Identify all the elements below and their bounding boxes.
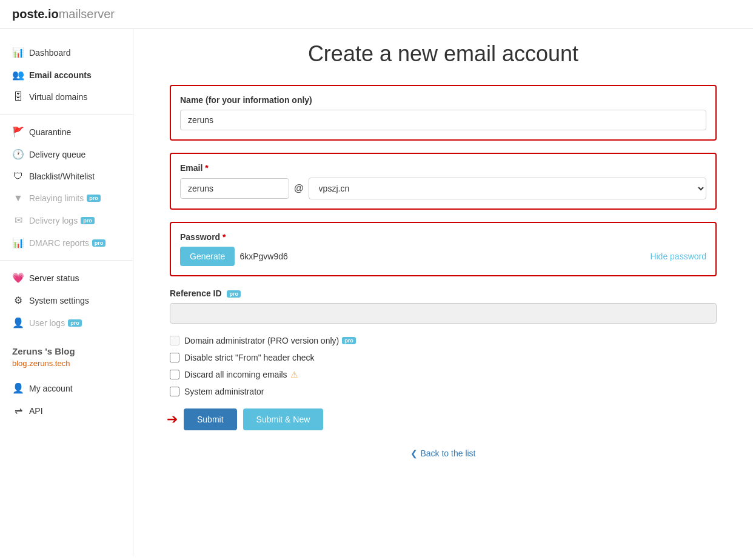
server-status-icon: 💗 [12, 272, 24, 284]
back-to-list-link[interactable]: ❮ Back to the list [410, 448, 475, 458]
sidebar-label-blacklist: Blacklist/Whitelist [29, 172, 95, 181]
pro-badge-relaying: pro [87, 195, 101, 202]
sidebar-item-delivery-logs: ✉ Delivery logs pro [0, 209, 133, 232]
password-section: Password * Generate 6kxPgvw9d6 Hide pass… [170, 222, 717, 276]
checkbox-discard-emails[interactable] [170, 370, 179, 379]
sidebar-label-delivery-queue: Delivery queue [29, 150, 85, 159]
sidebar-label-virtual-domains: Virtual domains [29, 92, 87, 102]
page-layout: 📊 Dashboard 👥 Email accounts 🗄 Virtual d… [0, 29, 753, 556]
sidebar-item-email-accounts[interactable]: 👥 Email accounts [0, 64, 133, 86]
checkbox-system-admin[interactable] [170, 387, 179, 396]
pro-badge-delivery-logs: pro [81, 217, 95, 224]
user-logs-icon: 👤 [12, 317, 24, 328]
pro-badge-domain-admin: pro [342, 337, 356, 344]
logo-light: mailserver [59, 7, 115, 21]
checkbox-group: Domain administrator (PRO version only) … [170, 336, 717, 396]
reference-id-section: Reference ID pro [170, 288, 717, 324]
email-required-star: * [205, 163, 208, 173]
header: poste.io mailserver [0, 0, 753, 29]
quarantine-icon: 🚩 [12, 126, 24, 138]
reference-id-input [170, 303, 717, 324]
sidebar-label-dmarc: DMARC reports [29, 238, 89, 248]
sidebar-item-relaying-limits: ▼ Relaying limits pro [0, 187, 133, 209]
delivery-queue-icon: 🕐 [12, 148, 24, 160]
sidebar-label-system-settings: System settings [29, 296, 89, 305]
checkbox-domain-admin-label: Domain administrator (PRO version only) [184, 336, 339, 345]
blacklist-icon: 🛡 [12, 171, 24, 182]
password-required-star: * [223, 232, 226, 242]
sidebar-item-quarantine[interactable]: 🚩 Quarantine [0, 121, 133, 143]
password-label: Password * [180, 232, 706, 242]
sidebar-item-dashboard[interactable]: 📊 Dashboard [0, 41, 133, 64]
email-section: Email * @ vpszj.cn [170, 153, 717, 210]
sidebar-label-my-account: My account [29, 384, 73, 393]
email-label: Email * [180, 163, 706, 173]
action-buttons: ➔ Submit Submit & New [170, 408, 717, 430]
blog-name: Zeruns 's Blog [0, 334, 133, 358]
submit-new-button[interactable]: Submit & New [243, 408, 324, 430]
pro-badge-dmarc: pro [92, 239, 106, 247]
page-title: Create a new email account [170, 41, 717, 67]
blog-url: blog.zeruns.tech [0, 358, 133, 377]
hide-password-link[interactable]: Hide password [650, 252, 706, 261]
checkbox-disable-from[interactable] [170, 353, 179, 362]
dashboard-icon: 📊 [12, 47, 24, 58]
reference-id-label: Reference ID pro [170, 288, 717, 298]
name-section: Name (for your information only) [170, 85, 717, 141]
chevron-left-icon: ❮ [410, 448, 418, 458]
sidebar-label-server-status: Server status [29, 273, 79, 283]
password-value: 6kxPgvw9d6 [239, 252, 645, 261]
dmarc-icon: 📊 [12, 237, 24, 248]
checkbox-domain-admin-item: Domain administrator (PRO version only) … [170, 336, 717, 345]
checkbox-system-admin-label: System administrator [184, 387, 264, 396]
api-icon: ⇌ [12, 405, 24, 416]
email-row: @ vpszj.cn [180, 178, 706, 199]
generate-button[interactable]: Generate [180, 247, 235, 266]
back-to-list-label: Back to the list [420, 448, 475, 458]
sidebar-item-user-logs: 👤 User logs pro [0, 312, 133, 334]
checkbox-discard-emails-label: Discard all incoming emails [184, 370, 287, 379]
logo-bold: poste.io [12, 7, 59, 21]
sidebar-item-delivery-queue[interactable]: 🕐 Delivery queue [0, 143, 133, 165]
name-input[interactable] [180, 110, 706, 130]
email-accounts-icon: 👥 [12, 69, 24, 81]
checkbox-domain-admin[interactable] [170, 336, 179, 345]
name-label: Name (for your information only) [180, 95, 706, 105]
sidebar: 📊 Dashboard 👥 Email accounts 🗄 Virtual d… [0, 29, 133, 556]
checkbox-system-admin-item: System administrator [170, 387, 717, 396]
main-content: Create a new email account Name (for you… [133, 29, 753, 556]
sidebar-item-dmarc-reports: 📊 DMARC reports pro [0, 232, 133, 254]
warning-icon: ⚠ [290, 370, 298, 379]
sidebar-item-server-status[interactable]: 💗 Server status [0, 267, 133, 289]
sidebar-label-quarantine: Quarantine [29, 127, 71, 137]
sidebar-item-system-settings[interactable]: ⚙ System settings [0, 289, 133, 312]
sidebar-item-virtual-domains[interactable]: 🗄 Virtual domains [0, 86, 133, 108]
sidebar-label-user-logs: User logs [29, 318, 65, 328]
submit-button[interactable]: Submit [184, 408, 237, 430]
checkbox-discard-emails-item: Discard all incoming emails ⚠ [170, 370, 717, 379]
sidebar-divider-2 [0, 260, 133, 261]
sidebar-label-relaying: Relaying limits [29, 193, 84, 203]
sidebar-label-dashboard: Dashboard [29, 48, 71, 58]
email-local-input[interactable] [180, 178, 289, 199]
relaying-icon: ▼ [12, 193, 24, 204]
virtual-domains-icon: 🗄 [12, 92, 24, 102]
checkbox-disable-from-item: Disable strict "From" header check [170, 353, 717, 362]
back-link-container: ❮ Back to the list [170, 442, 717, 458]
password-row: Generate 6kxPgvw9d6 Hide password [180, 247, 706, 266]
arrow-indicator: ➔ [167, 412, 178, 427]
sidebar-label-email-accounts: Email accounts [29, 70, 92, 80]
my-account-icon: 👤 [12, 382, 24, 394]
checkbox-disable-from-label: Disable strict "From" header check [184, 353, 315, 362]
sidebar-label-delivery-logs: Delivery logs [29, 216, 78, 225]
pro-badge-user-logs: pro [68, 319, 82, 327]
pro-badge-reference: pro [227, 290, 241, 298]
delivery-logs-icon: ✉ [12, 215, 24, 226]
sidebar-item-api[interactable]: ⇌ API [0, 399, 133, 422]
at-symbol: @ [294, 183, 304, 194]
sidebar-label-api: API [29, 406, 43, 416]
sidebar-item-blacklist-whitelist[interactable]: 🛡 Blacklist/Whitelist [0, 165, 133, 187]
sidebar-divider-1 [0, 114, 133, 115]
sidebar-item-my-account[interactable]: 👤 My account [0, 377, 133, 399]
domain-select[interactable]: vpszj.cn [309, 178, 706, 199]
